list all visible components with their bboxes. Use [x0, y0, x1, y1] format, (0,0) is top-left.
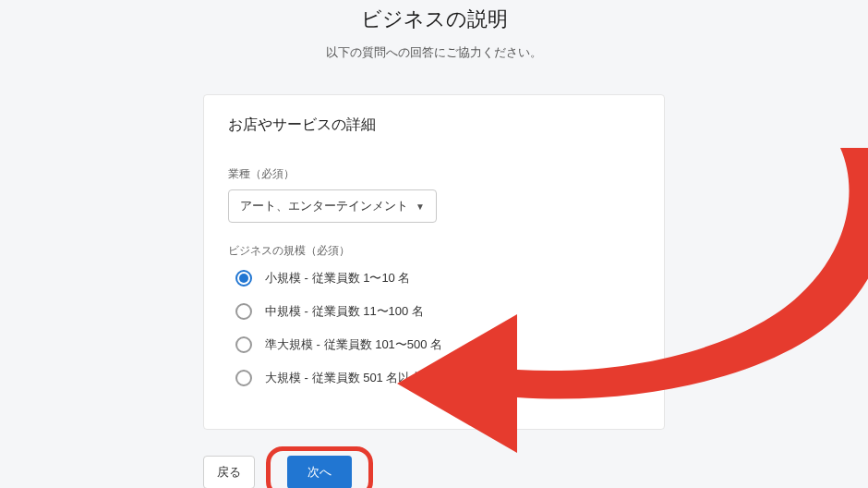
- scale-option-label: 準大規模 - 従業員数 101〜500 名: [265, 336, 442, 353]
- scale-radio-list: 小規模 - 従業員数 1〜10 名 中規模 - 従業員数 11〜100 名 準大…: [228, 270, 640, 386]
- scale-option-medium[interactable]: 中規模 - 従業員数 11〜100 名: [235, 303, 640, 320]
- radio-icon: [235, 303, 252, 320]
- card-title: お店やサービスの詳細: [228, 116, 640, 135]
- scale-option-label: 大規模 - 従業員数 501 名以上: [265, 370, 422, 386]
- back-button[interactable]: 戻る: [203, 456, 255, 488]
- page-title: ビジネスの説明: [0, 6, 868, 33]
- radio-icon: [235, 370, 252, 386]
- next-button-highlight: 次へ: [266, 446, 373, 488]
- industry-dropdown[interactable]: アート、エンターテインメント ▼: [228, 189, 437, 223]
- radio-icon: [235, 270, 252, 287]
- scale-option-large[interactable]: 大規模 - 従業員数 501 名以上: [235, 370, 640, 386]
- scale-option-semilarge[interactable]: 準大規模 - 従業員数 101〜500 名: [235, 336, 640, 353]
- next-button[interactable]: 次へ: [287, 456, 352, 488]
- page-subtitle: 以下の質問への回答にご協力ください。: [0, 44, 868, 61]
- scale-option-label: 小規模 - 従業員数 1〜10 名: [265, 270, 410, 287]
- details-card: お店やサービスの詳細 業種（必須） アート、エンターテインメント ▼ ビジネスの…: [203, 94, 665, 430]
- scale-label: ビジネスの規模（必須）: [228, 243, 640, 259]
- industry-selected: アート、エンターテインメント: [240, 198, 408, 214]
- industry-label: 業種（必須）: [228, 166, 640, 182]
- button-row: 戻る 次へ: [203, 446, 665, 488]
- radio-icon: [235, 336, 252, 353]
- scale-option-label: 中規模 - 従業員数 11〜100 名: [265, 303, 424, 320]
- scale-option-small[interactable]: 小規模 - 従業員数 1〜10 名: [235, 270, 640, 287]
- chevron-down-icon: ▼: [416, 201, 425, 212]
